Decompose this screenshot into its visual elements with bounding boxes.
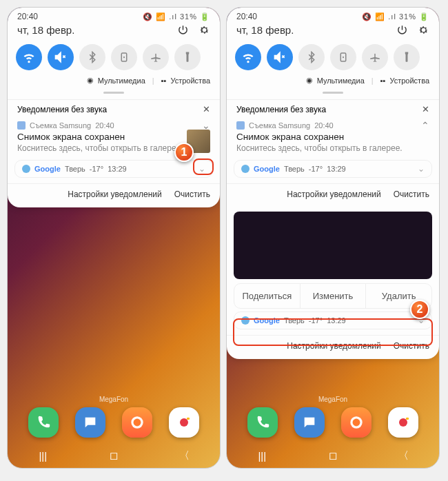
google-notification[interactable]: Google Тверь -17° 13:29 ⌄ [14,160,213,178]
shade-footer: Настройки уведомлений Очистить [8,183,220,207]
chevron-up-icon[interactable]: ⌃ [421,120,429,131]
screenshot-preview[interactable] [234,212,432,279]
share-button[interactable]: Поделиться [234,284,301,308]
devices-button[interactable]: Устройства [389,76,429,85]
flashlight-toggle[interactable] [394,44,420,70]
phone-app-icon[interactable] [247,407,278,438]
drag-handle[interactable] [103,92,124,94]
app-name: Съемка Samsung [30,121,91,130]
wifi-toggle[interactable] [235,44,261,70]
quick-settings [8,41,220,74]
back-button[interactable]: 〈 [176,449,193,462]
browser-app-icon[interactable] [122,407,152,438]
weather-icon [22,165,30,173]
browser-app-icon[interactable] [341,407,371,438]
media-icon: ◉ [306,76,313,85]
phone-app-icon[interactable] [28,407,59,438]
drag-handle[interactable] [323,92,343,94]
devices-icon: ▪▪ [161,76,167,85]
home-button[interactable]: ◻ [325,449,341,462]
rotate-toggle[interactable] [111,44,137,70]
weather-icon [241,165,250,173]
app-name: Съемка Samsung [249,121,310,130]
sub-row: ◉ Мультимедиа | ▪▪ Устройства [227,74,439,89]
highlight-2 [233,318,433,346]
rotate-toggle[interactable] [330,44,356,70]
notif-time: 20:40 [95,121,114,130]
notif-settings-button[interactable]: Настройки уведомлений [287,190,380,199]
power-icon[interactable] [396,24,408,36]
notification-actions: Поделиться Изменить Удалить [234,283,432,309]
notif-settings-button[interactable]: Настройки уведомлений [68,190,161,199]
highlight-1 [193,158,214,175]
google-time: 13:29 [327,165,346,173]
callout-2: 2 [410,300,429,319]
date: чт, 18 февр. [236,24,294,36]
camera-app-icon[interactable] [169,407,199,438]
clock: 20:40 [236,12,257,21]
google-app: Google [34,165,61,173]
quick-settings [227,41,439,74]
date: чт, 18 февр. [17,24,74,36]
back-button[interactable]: 〈 [396,449,412,462]
airplane-toggle[interactable] [362,44,388,70]
google-city: Тверь [284,165,305,173]
recents-button[interactable]: ||| [34,450,51,462]
phone-right: 20:40 🔇 📶 .ıl 31% 🔋 чт, 18 февр. ◉ Мульт… [226,7,440,469]
phone-left: 20:40 🔇 📶 .ıl 31% 🔋 чт, 18 февр. ◉ Мульт… [7,7,221,469]
bluetooth-toggle[interactable] [79,44,105,70]
devices-icon: ▪▪ [380,76,386,85]
app-icon [236,121,245,130]
close-icon[interactable]: ✕ [422,104,429,114]
bluetooth-toggle[interactable] [298,44,325,70]
shade-footer: Настройки уведомлений Очистить [227,183,439,207]
nav-bar: ||| ◻ 〈 [227,443,439,468]
status-bar: 20:40 🔇 📶 .ıl 31% 🔋 [227,8,439,23]
home-button[interactable]: ◻ [105,449,122,462]
media-button[interactable]: Мультимедиа [98,76,145,85]
nav-bar: ||| ◻ 〈 [8,443,220,468]
svg-point-9 [353,419,360,427]
status-bar: 20:40 🔇 📶 .ıl 31% 🔋 [8,8,220,23]
svg-point-10 [399,418,407,427]
silent-header: Уведомления без звука ✕ [227,99,439,119]
wifi-toggle[interactable] [16,44,42,70]
google-temp: -17° [309,165,323,173]
notification-shade: 20:40 🔇 📶 .ıl 31% 🔋 чт, 18 февр. ◉ Мульт… [227,8,439,359]
sound-toggle[interactable] [267,44,293,70]
date-row: чт, 18 февр. [8,23,220,41]
status-icons: 🔇 📶 .ıl 31% 🔋 [362,12,429,21]
edit-button[interactable]: Изменить [301,284,367,308]
google-app: Google [254,165,280,173]
media-icon: ◉ [87,76,94,85]
google-notification[interactable]: Google Тверь -17° 13:29 ⌄ [234,160,432,178]
messages-app-icon[interactable] [75,407,105,438]
devices-button[interactable]: Устройства [170,76,210,85]
clear-button[interactable]: Очистить [394,190,429,199]
svg-rect-5 [187,418,190,420]
svg-point-4 [180,418,188,427]
sub-row: ◉ Мультимедиа | ▪▪ Устройства [8,74,220,89]
messages-app-icon[interactable] [294,407,325,438]
svg-point-3 [134,419,141,427]
screenshot-notification[interactable]: Съемка Samsung 20:40 ⌃ Снимок экрана сох… [227,119,439,160]
dock [227,407,439,438]
silent-header: Уведомления без звука ✕ [8,99,220,119]
power-icon[interactable] [177,24,189,36]
chevron-down-icon[interactable]: ⌄ [418,164,425,174]
recents-button[interactable]: ||| [254,450,270,462]
callout-1: 1 [174,143,194,162]
google-temp: -17° [90,165,103,173]
gear-icon[interactable] [198,24,210,36]
notification-shade: 20:40 🔇 📶 .ıl 31% 🔋 чт, 18 февр. ◉ Мульт… [8,8,220,207]
clear-button[interactable]: Очистить [174,190,210,199]
camera-app-icon[interactable] [388,407,418,438]
gear-icon[interactable] [418,24,429,36]
flashlight-toggle[interactable] [174,44,201,70]
media-button[interactable]: Мультимедиа [317,76,365,85]
notif-title: Снимок экрана сохранен [17,132,210,142]
sound-toggle[interactable] [48,44,74,70]
close-icon[interactable]: ✕ [203,104,210,114]
airplane-toggle[interactable] [143,44,169,70]
google-time: 13:29 [108,165,127,173]
